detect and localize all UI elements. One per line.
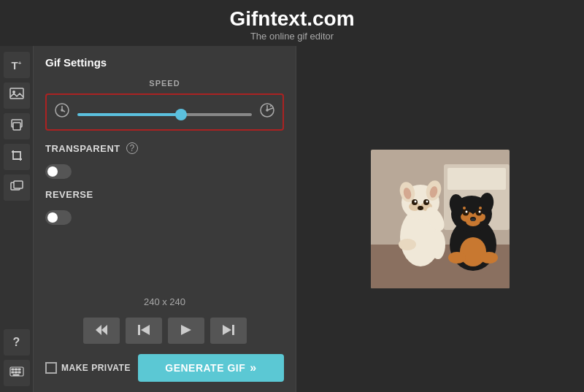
gif-preview-image — [371, 150, 510, 288]
make-private-checkbox[interactable] — [45, 362, 57, 374]
svg-rect-3 — [13, 123, 20, 130]
transparent-label: TRANSPARENT — [45, 143, 120, 154]
make-private-label: MAKE PRIVATE — [61, 363, 131, 373]
svg-rect-9 — [18, 369, 20, 370]
transparent-toggle-wrapper — [45, 164, 284, 179]
help-icon: ? — [13, 336, 20, 349]
image-icon — [9, 88, 24, 104]
panel-title: Gif Settings — [45, 56, 284, 69]
site-title: Gifntext.com — [0, 7, 584, 31]
svg-rect-8 — [15, 369, 17, 370]
fast-speed-icon — [259, 102, 275, 122]
svg-point-43 — [399, 239, 416, 250]
frames-icon — [10, 180, 23, 196]
svg-point-61 — [463, 207, 466, 210]
svg-point-56 — [479, 211, 481, 213]
play-button[interactable] — [168, 318, 204, 344]
transparent-toggle[interactable] — [45, 164, 72, 179]
svg-rect-23 — [232, 325, 234, 335]
generate-chevron-icon: » — [250, 361, 256, 374]
svg-marker-24 — [223, 325, 231, 335]
toolbar-layers[interactable] — [4, 113, 30, 139]
reverse-row: REVERSE — [45, 189, 284, 200]
generate-gif-button[interactable]: GENERATE GIF » — [138, 354, 284, 382]
svg-point-59 — [448, 252, 466, 264]
reverse-toggle-thumb — [47, 212, 58, 223]
svg-rect-11 — [15, 372, 17, 373]
svg-point-62 — [479, 207, 482, 210]
svg-marker-22 — [181, 325, 191, 335]
svg-rect-7 — [12, 369, 14, 370]
preview-area — [296, 46, 584, 392]
svg-marker-18 — [96, 325, 101, 335]
slow-speed-icon — [54, 102, 70, 122]
svg-rect-20 — [138, 325, 140, 335]
prev-frame-icon — [138, 325, 150, 337]
play-icon — [181, 325, 191, 337]
transparent-row: TRANSPARENT ? — [45, 142, 284, 154]
site-subtitle: The online gif editor — [0, 31, 584, 42]
svg-rect-10 — [12, 372, 14, 373]
svg-point-17 — [266, 109, 268, 111]
speed-slider-wrapper — [77, 106, 252, 119]
svg-point-41 — [418, 206, 423, 210]
svg-point-55 — [466, 211, 468, 213]
svg-marker-19 — [101, 325, 107, 335]
make-private-wrapper[interactable]: MAKE PRIVATE — [45, 362, 131, 374]
svg-point-44 — [431, 230, 445, 259]
prev-frame-button[interactable] — [126, 318, 162, 344]
reverse-toggle[interactable] — [45, 210, 72, 225]
speed-box — [45, 93, 284, 131]
layers-icon — [10, 118, 23, 134]
text-icon: T+ — [12, 59, 22, 72]
svg-rect-28 — [447, 168, 506, 190]
next-frame-icon — [223, 325, 234, 337]
transparent-help-icon[interactable]: ? — [126, 142, 138, 154]
toolbar-frames[interactable] — [4, 174, 30, 201]
svg-point-40 — [426, 201, 429, 203]
gif-preview — [371, 150, 510, 288]
speed-label: SPEED — [45, 79, 284, 88]
svg-marker-21 — [141, 325, 150, 335]
reverse-label: REVERSE — [45, 189, 93, 200]
main-area: T+ — [0, 46, 584, 392]
action-row: MAKE PRIVATE GENERATE GIF » — [45, 354, 284, 382]
transparent-toggle-thumb — [47, 166, 58, 177]
header: Gifntext.com The online gif editor — [0, 0, 584, 46]
crop-icon — [10, 149, 23, 165]
svg-point-15 — [61, 109, 63, 111]
toolbar-keyboard[interactable] — [4, 360, 30, 386]
toolbar-help[interactable]: ? — [4, 329, 30, 356]
speed-slider[interactable] — [77, 113, 252, 116]
svg-point-58 — [471, 218, 475, 221]
left-toolbar: T+ — [0, 46, 34, 392]
svg-point-46 — [460, 237, 486, 266]
keyboard-icon — [9, 366, 24, 380]
settings-panel: Gif Settings SPEED — [34, 46, 296, 392]
svg-rect-13 — [13, 374, 19, 376]
dimensions: 240 x 240 — [45, 296, 284, 307]
svg-point-39 — [415, 201, 417, 203]
reverse-toggle-wrapper — [45, 210, 284, 225]
svg-rect-12 — [18, 372, 20, 373]
rewind-button[interactable] — [83, 318, 120, 344]
rewind-icon — [96, 325, 107, 337]
playback-controls — [45, 318, 284, 344]
toolbar-add-text[interactable]: T+ — [4, 52, 30, 78]
generate-gif-label: GENERATE GIF — [165, 362, 245, 374]
next-frame-button[interactable] — [210, 318, 247, 344]
svg-point-60 — [480, 252, 498, 264]
toolbar-crop[interactable] — [4, 144, 30, 170]
toolbar-add-image[interactable] — [4, 82, 30, 109]
svg-rect-5 — [14, 181, 23, 188]
